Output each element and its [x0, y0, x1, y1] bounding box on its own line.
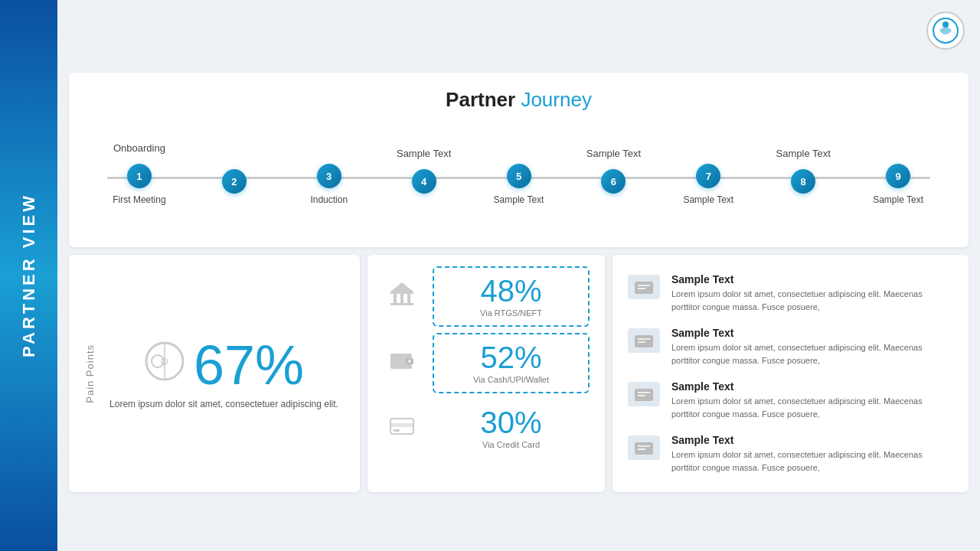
svg-point-14: [408, 360, 411, 363]
timeline-node-4: Sample Text 4: [377, 148, 472, 200]
svg-rect-10: [390, 303, 413, 305]
svg-rect-22: [638, 338, 650, 340]
journey-title: Partner Journey: [92, 88, 946, 112]
pain-percent: 67%: [194, 337, 304, 393]
svg-rect-8: [400, 294, 403, 303]
info-title-4: Sample Text: [671, 434, 953, 446]
svg-rect-25: [638, 392, 650, 393]
info-desc-1: Lorem ipsum dolor sit amet, consectetuer…: [671, 288, 953, 313]
timeline-container: Onboarding 1 First Meeting 2 3 Induction…: [92, 135, 946, 228]
node-circle-4: 4: [412, 169, 436, 194]
svg-point-1: [942, 21, 949, 28]
info-desc-2: Lorem ipsum dolor sit amet, consectetuer…: [671, 341, 953, 367]
sidebar: PARTNER VIEW: [0, 0, 57, 551]
payment-value-1: 48% Via RTGS/NEFT: [433, 266, 590, 327]
payment-label-1: Via RTGS/NEFT: [446, 308, 577, 318]
payment-icon-2: [383, 346, 421, 380]
timeline-nodes: Onboarding 1 First Meeting 2 3 Induction…: [92, 142, 946, 205]
payment-value-2: 52% Via Cash/UPI/Wallet: [433, 333, 590, 393]
node-circle-6: 6: [601, 169, 626, 194]
svg-rect-29: [638, 448, 645, 450]
main-content: Partner Journey Onboarding 1 First Meeti…: [57, 0, 980, 551]
node-bottom-label-3: Induction: [310, 194, 348, 205]
title-blue: Journey: [521, 88, 592, 111]
payment-row-2: 52% Via Cash/UPI/Wallet: [383, 333, 590, 393]
svg-rect-7: [394, 294, 397, 303]
timeline-node-7: 7 Sample Text: [661, 142, 756, 205]
info-item-2: Sample Text Lorem ipsum dolor sit amet, …: [628, 327, 953, 367]
node-circle-7: 7: [696, 164, 720, 188]
info-text-4: Sample Text Lorem ipsum dolor sit amet, …: [671, 434, 953, 474]
bottom-section: Pain Points ⊕ 67% Lorem ipsum dolor sit …: [69, 255, 969, 492]
svg-rect-17: [394, 429, 400, 432]
timeline-node-3: 3 Induction: [282, 142, 377, 205]
payment-card: 48% Via RTGS/NEFT 52% Via Cash/UPI/Walle…: [368, 255, 605, 492]
pain-icon: ⊕: [144, 341, 186, 390]
title-black: Partner: [446, 88, 515, 111]
node-bottom-label-1: First Meeting: [113, 194, 165, 205]
svg-text:⊕: ⊕: [160, 355, 169, 367]
info-icon-4: [628, 435, 660, 460]
node-top-label-4: Sample Text: [397, 148, 451, 163]
svg-rect-28: [638, 445, 650, 447]
payment-percent-2: 52%: [446, 342, 577, 373]
node-top-label-8: Sample Text: [776, 148, 831, 163]
info-title-3: Sample Text: [671, 380, 953, 393]
payment-label-3: Via Credit Card: [444, 440, 578, 449]
info-icon-3: [628, 382, 660, 406]
payment-icon-1: [383, 279, 421, 314]
node-bottom-label-9: Sample Text: [873, 194, 923, 205]
info-item-4: Sample Text Lorem ipsum dolor sit amet, …: [628, 434, 953, 474]
node-bottom-label-7: Sample Text: [683, 194, 733, 205]
info-title-1: Sample Text: [671, 273, 953, 285]
node-top-label-6: Sample Text: [586, 148, 641, 163]
payment-percent-3: 30%: [444, 407, 578, 438]
info-icon-2: [628, 328, 660, 353]
pain-label: Pain Points: [84, 344, 96, 403]
svg-rect-20: [638, 288, 645, 289]
payment-percent-1: 48%: [446, 276, 577, 306]
info-title-2: Sample Text: [671, 327, 953, 339]
timeline-node-1: Onboarding 1 First Meeting: [92, 142, 187, 205]
svg-rect-9: [407, 294, 410, 303]
svg-rect-26: [638, 395, 645, 396]
node-circle-1: 1: [127, 164, 152, 188]
node-circle-9: 9: [886, 164, 910, 188]
svg-rect-23: [638, 341, 645, 343]
info-cards: Sample Text Lorem ipsum dolor sit amet, …: [612, 255, 969, 492]
timeline-node-5: 5 Sample Text: [472, 142, 567, 205]
info-text-2: Sample Text Lorem ipsum dolor sit amet, …: [671, 327, 953, 367]
node-circle-5: 5: [507, 164, 531, 188]
timeline-node-2: 2: [187, 148, 282, 200]
info-item-3: Sample Text Lorem ipsum dolor sit amet, …: [628, 380, 953, 420]
journey-section: Partner Journey Onboarding 1 First Meeti…: [69, 73, 969, 247]
svg-rect-6: [390, 292, 413, 294]
svg-rect-19: [638, 285, 650, 286]
timeline-node-9: 9 Sample Text: [851, 142, 946, 205]
svg-rect-16: [390, 423, 413, 427]
timeline-node-6: Sample Text 6: [566, 148, 661, 200]
info-desc-3: Lorem ipsum dolor sit amet, consectetuer…: [671, 395, 953, 420]
svg-marker-11: [390, 282, 413, 292]
pain-description: Lorem ipsum dolor sit amet, consectetuer…: [109, 399, 338, 409]
payment-row-1: 48% Via RTGS/NEFT: [383, 266, 590, 327]
pain-row: ⊕ 67%: [144, 337, 304, 393]
info-text-3: Sample Text Lorem ipsum dolor sit amet, …: [671, 380, 953, 420]
info-desc-4: Lorem ipsum dolor sit amet, consectetuer…: [671, 448, 953, 474]
payment-row-3: 30% Via Credit Card: [383, 399, 590, 457]
node-circle-3: 3: [317, 164, 341, 188]
pain-content: ⊕ 67% Lorem ipsum dolor sit amet, consec…: [103, 337, 345, 409]
payment-label-2: Via Cash/UPI/Wallet: [446, 375, 577, 384]
info-item-1: Sample Text Lorem ipsum dolor sit amet, …: [628, 273, 953, 313]
node-circle-2: 2: [222, 169, 247, 194]
info-icon-1: [628, 275, 660, 299]
logo-circle: [926, 11, 965, 50]
node-circle-8: 8: [791, 169, 815, 194]
pain-card: Pain Points ⊕ 67% Lorem ipsum dolor sit …: [69, 255, 360, 492]
payment-value-3: 30% Via Credit Card: [433, 399, 590, 457]
sidebar-label: PARTNER VIEW: [19, 193, 39, 357]
node-top-label-1: Onboarding: [113, 142, 165, 158]
node-bottom-label-5: Sample Text: [494, 194, 544, 205]
timeline-node-8: Sample Text 8: [756, 148, 851, 200]
logo-icon: [932, 17, 959, 44]
